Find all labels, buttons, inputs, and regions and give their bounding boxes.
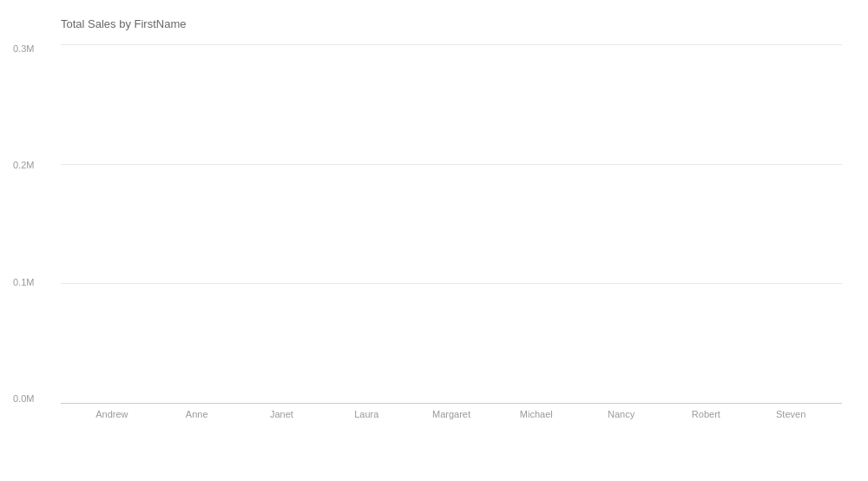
x-labels: AndrewAnneJanetLauraMargaretMichaelNancy…	[61, 404, 842, 430]
y-label-03m: 0.3M	[13, 44, 34, 54]
y-label-01m: 0.1M	[13, 278, 34, 287]
x-label-michael: Michael	[494, 404, 579, 419]
x-label-andrew: Andrew	[69, 404, 155, 419]
x-label-nancy: Nancy	[579, 404, 664, 419]
chart-title: Total Sales by FirstName	[61, 17, 842, 30]
x-label-margaret: Margaret	[409, 404, 494, 419]
bars-area	[61, 44, 842, 404]
y-axis: 0.3M 0.2M 0.1M 0.0M	[13, 44, 34, 404]
chart-area: 0.3M 0.2M 0.1M 0.0M AndrewAnneJanetLaura…	[61, 44, 842, 430]
x-label-janet: Janet	[240, 404, 325, 419]
chart-container: Total Sales by FirstName 0.3M 0.2M 0.1M …	[0, 0, 868, 481]
y-label-00m: 0.0M	[13, 394, 34, 404]
x-label-laura: Laura	[324, 404, 409, 419]
x-label-robert: Robert	[663, 404, 748, 419]
y-label-02m: 0.2M	[13, 161, 34, 170]
x-label-anne: Anne	[155, 404, 240, 419]
x-label-steven: Steven	[748, 404, 833, 419]
